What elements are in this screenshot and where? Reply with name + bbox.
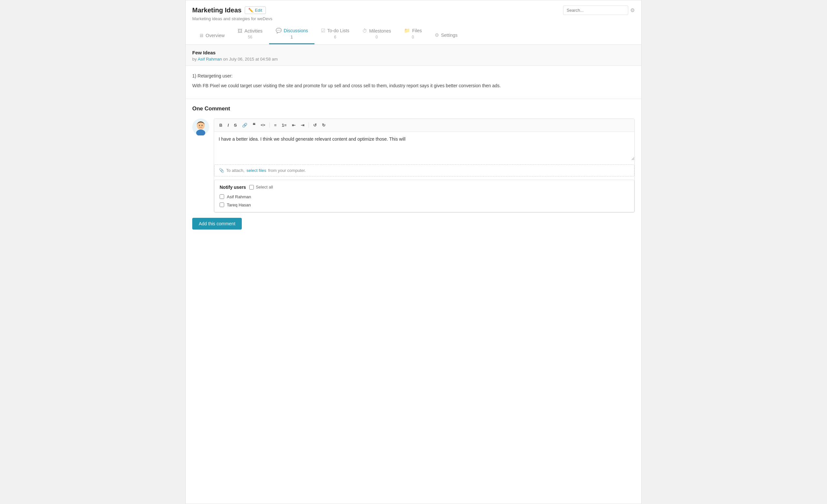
attach-area: 📎 To attach, select files from your comp… (214, 164, 634, 176)
check-icon: ☑ (321, 28, 325, 34)
select-all-checkbox[interactable] (249, 185, 254, 189)
select-files-link[interactable]: select files (246, 168, 266, 173)
toolbar-unordered-list[interactable]: ≡ (272, 121, 279, 129)
svg-point-4 (202, 125, 203, 126)
chat-icon: 💬 (276, 28, 282, 34)
toolbar-quote[interactable]: ❝ (251, 121, 257, 129)
avatar (192, 118, 209, 135)
monitor-icon: 🖥 (199, 33, 204, 38)
toolbar-strikethrough[interactable]: S (232, 121, 239, 129)
comment-form: B I S 🔗 ❝ <> ≡ 1≡ ⇤ ⇥ ↺ ↻ (192, 118, 635, 213)
notify-header: Notify users Select all (220, 185, 629, 190)
select-all-label[interactable]: Select all (249, 185, 273, 189)
clock-icon: ⏱ (362, 28, 367, 34)
tab-todo[interactable]: ☑ To-do Lists 6 (314, 25, 356, 44)
nav-tabs: 🖥 Overview 🖼 Activities 56 💬 Discussions… (192, 25, 635, 44)
tab-settings[interactable]: ⚙ Settings (428, 30, 464, 44)
user-checkbox-asif[interactable] (220, 194, 224, 199)
comment-section-title: One Comment (192, 106, 635, 112)
notify-box: Notify users Select all Asif Rahman (214, 180, 634, 212)
pencil-icon: ✏️ (248, 8, 253, 13)
toolbar-link[interactable]: 🔗 (240, 121, 249, 129)
toolbar-ordered-list[interactable]: 1≡ (280, 121, 289, 129)
settings-icon-button[interactable]: ⚙ (630, 7, 635, 13)
folder-icon: 📁 (404, 28, 410, 34)
comment-editor: B I S 🔗 ❝ <> ≡ 1≡ ⇤ ⇥ ↺ ↻ (214, 118, 635, 213)
toolbar-indent[interactable]: ⇥ (299, 121, 306, 129)
paperclip-icon: 📎 (219, 168, 224, 173)
toolbar-code[interactable]: <> (259, 121, 267, 129)
comment-textarea[interactable] (214, 132, 634, 160)
notify-users-list: Asif Rahman Tareq Hasan (220, 194, 629, 207)
page-title: Marketing Ideas (192, 6, 241, 14)
editor-toolbar: B I S 🔗 ❝ <> ≡ 1≡ ⇤ ⇥ ↺ ↻ (214, 119, 634, 132)
discussion-header: Few Ideas by Asif Rahman on July 06, 201… (186, 45, 641, 66)
tab-overview[interactable]: 🖥 Overview (192, 30, 231, 44)
discussion-body-line2: With FB Pixel we could target user visit… (192, 82, 635, 89)
toolbar-italic[interactable]: I (226, 121, 231, 129)
toolbar-outdent[interactable]: ⇤ (290, 121, 297, 129)
discussion-title: Few Ideas (192, 50, 635, 55)
discussion-body: 1) Retargeting user: With FB Pixel we co… (186, 66, 641, 99)
gear-icon: ⚙ (435, 32, 439, 38)
add-comment-button[interactable]: Add this comment (192, 218, 242, 230)
edit-button[interactable]: ✏️ Edit (245, 6, 265, 14)
tab-discussions[interactable]: 💬 Discussions 1 (269, 25, 315, 44)
tab-milestones[interactable]: ⏱ Milestones 0 (356, 25, 397, 44)
list-item[interactable]: Tareq Hasan (220, 203, 629, 207)
image-icon: 🖼 (238, 28, 242, 34)
toolbar-separator-1 (270, 122, 270, 128)
toolbar-separator-2 (308, 122, 309, 128)
user-checkbox-tareq[interactable] (220, 203, 224, 207)
toolbar-redo[interactable]: ↻ (320, 121, 328, 129)
notify-title: Notify users (220, 185, 246, 190)
toolbar-undo[interactable]: ↺ (311, 121, 319, 129)
tab-files[interactable]: 📁 Files 0 (397, 25, 429, 44)
discussion-meta: by Asif Rahman on July 06, 2015 at 04:58… (192, 57, 635, 62)
discussion-body-line1: 1) Retargeting user: (192, 72, 635, 79)
comment-section: One Comment (186, 99, 641, 236)
tab-activities[interactable]: 🖼 Activities 56 (231, 25, 269, 44)
search-input[interactable] (563, 6, 628, 15)
author-link[interactable]: Asif Rahman (198, 57, 222, 62)
toolbar-bold[interactable]: B (217, 121, 224, 129)
svg-point-3 (199, 125, 200, 126)
subtitle: Marketing ideas and strategies for weDev… (192, 16, 635, 21)
list-item[interactable]: Asif Rahman (220, 194, 629, 199)
